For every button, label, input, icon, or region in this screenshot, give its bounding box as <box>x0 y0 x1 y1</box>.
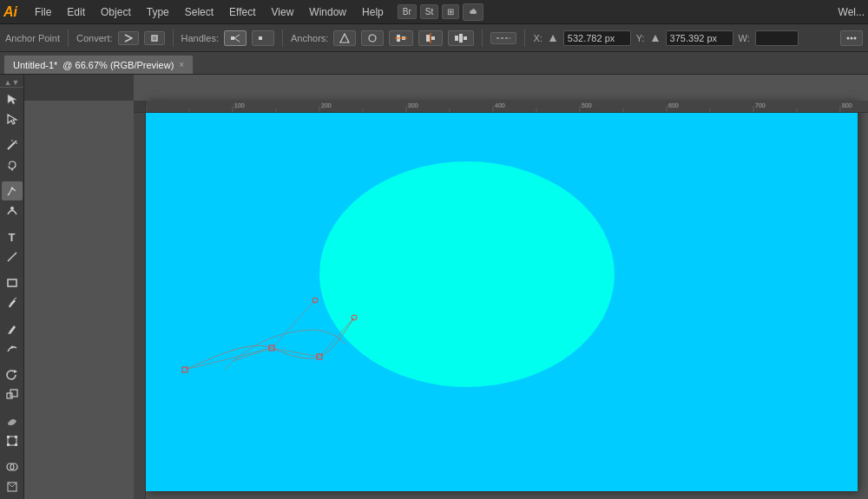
svg-marker-18 <box>549 35 556 42</box>
svg-rect-32 <box>8 279 16 286</box>
left-top-corner <box>24 75 134 101</box>
svg-rect-39 <box>7 436 10 438</box>
anchor-point-3[interactable] <box>317 354 322 359</box>
perspective-tool-btn[interactable] <box>2 477 23 496</box>
handles-btn2[interactable] <box>252 30 274 46</box>
ellipse-shape[interactable] <box>319 161 615 387</box>
tab-bar: Untitled-1* @ 66.67% (RGB/Preview) × <box>0 52 868 75</box>
curvature-tool-btn[interactable] <box>2 201 23 220</box>
convert-arrow-btn[interactable] <box>118 31 139 45</box>
x-label: X: <box>533 33 542 43</box>
more-options-btn[interactable] <box>840 30 863 46</box>
control-line-1 <box>272 300 315 348</box>
lasso-btn[interactable] <box>2 155 23 174</box>
menu-help[interactable]: Help <box>355 3 391 21</box>
smooth-icon <box>6 343 18 355</box>
smooth-tool-btn[interactable] <box>2 339 23 358</box>
align-btn3[interactable] <box>448 30 474 46</box>
menu-window[interactable]: Window <box>302 3 353 21</box>
align-btn2[interactable] <box>418 30 443 46</box>
artboard <box>146 101 858 491</box>
handle-line-1 <box>185 348 272 370</box>
handles-btn1[interactable] <box>224 30 247 46</box>
selection-tools <box>0 89 23 128</box>
menu-select[interactable]: Select <box>178 3 220 21</box>
svg-point-29 <box>10 187 13 190</box>
selection-icon <box>6 93 18 105</box>
canvas-area[interactable]: 1002003004005006007008009001000 <box>24 75 868 499</box>
menu-view[interactable]: View <box>265 3 301 21</box>
y-value-input[interactable] <box>666 30 733 46</box>
svg-line-26 <box>15 141 16 142</box>
type-tool-btn[interactable]: T <box>2 227 23 246</box>
direct-selection-tool-btn[interactable] <box>2 109 23 128</box>
arrow-icon <box>124 34 133 43</box>
line-icon-btn[interactable] <box>490 32 516 44</box>
tab-close-btn[interactable]: × <box>179 60 184 69</box>
shape-builder-btn[interactable] <box>2 457 23 476</box>
grid-btn[interactable]: ⊞ <box>442 4 459 19</box>
separator-3 <box>282 30 283 47</box>
pencil-icon <box>6 323 18 335</box>
ruler-corner <box>134 101 146 113</box>
anchors-btn2[interactable] <box>361 30 384 46</box>
menu-bar: Ai File Edit Object Type Select Effect V… <box>0 0 868 24</box>
warp-tool-btn[interactable] <box>2 411 23 430</box>
magic-wand-icon <box>6 139 18 151</box>
path-stroke <box>224 330 345 370</box>
rotate-tool-btn[interactable] <box>2 365 23 384</box>
handle-point-1[interactable] <box>312 298 318 303</box>
line-icon <box>496 35 510 42</box>
scale-tool-btn[interactable] <box>2 385 23 404</box>
menu-right: Wel... <box>838 6 865 18</box>
convert-corner-btn[interactable] <box>144 31 165 45</box>
handle-line-2 <box>272 348 319 357</box>
toolbar-collapse-btn[interactable]: ▲▼ <box>0 78 24 88</box>
cloud-btn[interactable] <box>463 3 483 21</box>
selection-tool-btn[interactable] <box>2 89 23 108</box>
bridge-btn[interactable]: Br <box>398 4 417 19</box>
svg-text:100: 100 <box>234 102 245 108</box>
line-tool-btn[interactable] <box>2 247 23 266</box>
svg-point-22 <box>854 36 857 39</box>
convert-label: Convert: <box>76 33 113 43</box>
svg-rect-12 <box>431 36 435 40</box>
menu-effect[interactable]: Effect <box>222 3 262 21</box>
corner-icon <box>150 34 159 43</box>
options-icon <box>846 33 857 43</box>
menu-edit[interactable]: Edit <box>60 3 92 21</box>
control-line-2 <box>233 348 272 361</box>
pen-tool-btn[interactable] <box>2 181 23 200</box>
shape-tools <box>0 273 23 312</box>
magic-wand-btn[interactable] <box>2 135 23 154</box>
align-btn1[interactable] <box>389 30 413 46</box>
anchors-btn1[interactable] <box>333 30 356 46</box>
x-triangle-icon <box>548 33 558 43</box>
paintbrush-tool-btn[interactable] <box>2 293 23 312</box>
anchor-point-1[interactable] <box>182 367 187 372</box>
handle-point-2[interactable] <box>352 315 357 320</box>
w-value-input[interactable] <box>755 30 799 46</box>
anchor-point-2[interactable] <box>269 345 274 351</box>
w-label: W: <box>739 33 750 43</box>
svg-text:200: 200 <box>321 102 332 108</box>
rectangle-icon <box>6 277 18 289</box>
menu-file[interactable]: File <box>28 3 58 21</box>
menu-type[interactable]: Type <box>140 3 176 21</box>
stock-btn[interactable]: St <box>420 4 438 19</box>
svg-line-3 <box>234 35 240 38</box>
app-logo: Ai <box>3 4 17 20</box>
svg-rect-1 <box>153 36 156 40</box>
active-tab[interactable]: Untitled-1* @ 66.67% (RGB/Preview) × <box>3 55 194 74</box>
separator-4 <box>482 30 483 47</box>
perspective-icon <box>6 481 18 493</box>
x-value-input[interactable] <box>563 30 631 46</box>
svg-rect-16 <box>464 36 467 40</box>
free-transform-btn[interactable] <box>2 431 23 450</box>
separator-2 <box>173 30 174 47</box>
rectangle-tool-btn[interactable] <box>2 273 23 292</box>
menu-object[interactable]: Object <box>94 3 138 21</box>
curvature-icon <box>6 205 18 217</box>
pencil-tool-btn[interactable] <box>2 319 23 338</box>
warp-tools <box>0 411 23 450</box>
